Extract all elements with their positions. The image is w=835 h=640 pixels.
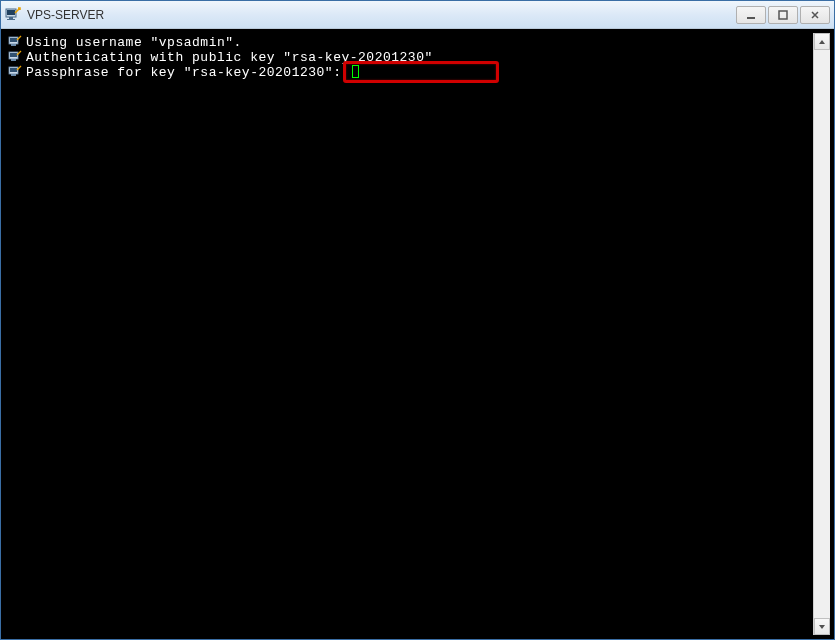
terminal-content[interactable]: Using username "vpsadmin". Authenticatin… bbox=[5, 33, 813, 635]
svg-rect-3 bbox=[7, 19, 15, 20]
terminal-text: Passphrase for key "rsa-key-20201230": bbox=[26, 65, 350, 80]
terminal-line: Passphrase for key "rsa-key-20201230": bbox=[7, 65, 811, 80]
svg-rect-5 bbox=[779, 11, 787, 19]
putty-app-icon bbox=[5, 7, 21, 23]
terminal-area[interactable]: Using username "vpsadmin". Authenticatin… bbox=[5, 33, 830, 635]
terminal-line: Authenticating with public key "rsa-key-… bbox=[7, 50, 811, 65]
close-button[interactable] bbox=[800, 6, 830, 24]
svg-rect-4 bbox=[747, 17, 755, 19]
svg-rect-2 bbox=[9, 17, 13, 19]
minimize-button[interactable] bbox=[736, 6, 766, 24]
maximize-button[interactable] bbox=[768, 6, 798, 24]
svg-rect-7 bbox=[10, 38, 17, 42]
putty-line-icon bbox=[7, 65, 23, 79]
window-title: VPS-SERVER bbox=[27, 8, 736, 22]
vertical-scrollbar[interactable] bbox=[813, 33, 830, 635]
svg-rect-8 bbox=[11, 44, 16, 46]
window-titlebar: VPS-SERVER bbox=[1, 1, 834, 29]
svg-rect-11 bbox=[11, 59, 16, 61]
svg-rect-10 bbox=[10, 53, 17, 57]
terminal-cursor bbox=[352, 65, 359, 78]
terminal-text: Authenticating with public key "rsa-key-… bbox=[26, 50, 433, 65]
window-controls bbox=[736, 6, 830, 24]
scrollbar-down-arrow[interactable] bbox=[814, 618, 830, 635]
putty-line-icon bbox=[7, 35, 23, 49]
scrollbar-up-arrow[interactable] bbox=[814, 33, 830, 50]
putty-line-icon bbox=[7, 50, 23, 64]
svg-rect-13 bbox=[10, 68, 17, 72]
svg-rect-14 bbox=[11, 74, 16, 76]
svg-rect-1 bbox=[7, 10, 15, 15]
terminal-line: Using username "vpsadmin". bbox=[7, 35, 811, 50]
terminal-text: Using username "vpsadmin". bbox=[26, 35, 242, 50]
